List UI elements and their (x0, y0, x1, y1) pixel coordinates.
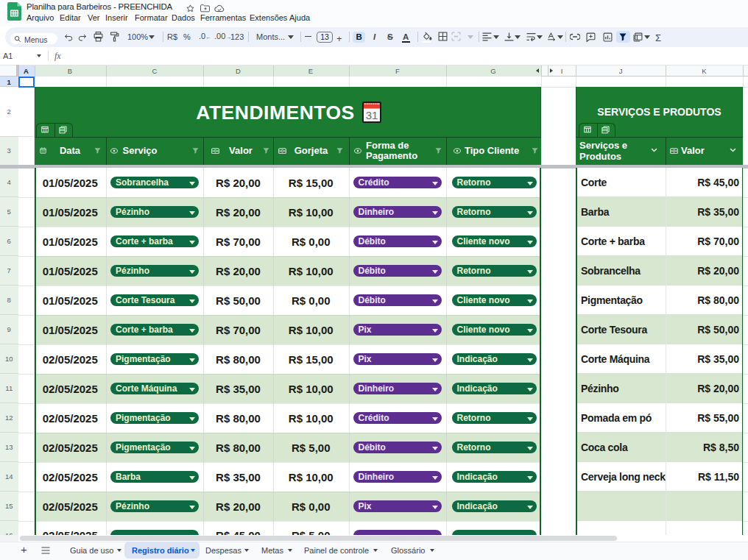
svg-text:31: 31 (365, 108, 378, 121)
